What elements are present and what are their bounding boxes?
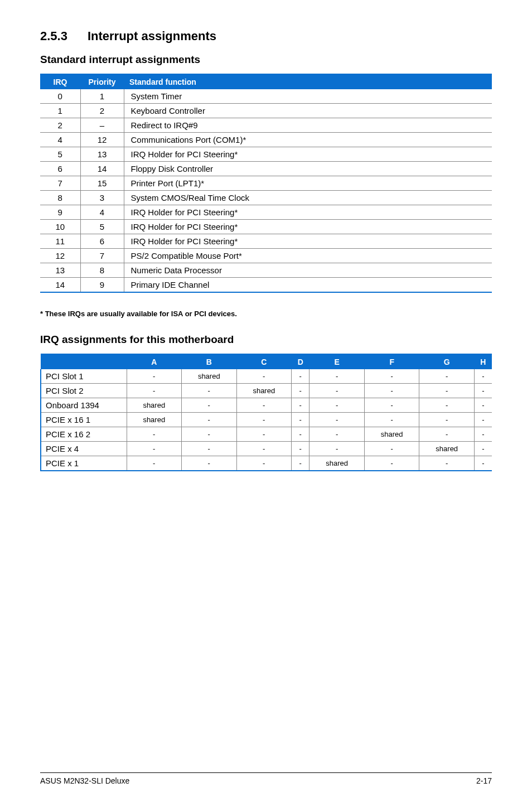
table-cell: - bbox=[474, 398, 492, 413]
table-header-cell: C bbox=[236, 354, 292, 369]
table-cell: - bbox=[474, 413, 492, 427]
mobo-irq-table: ABCDEFGH PCI Slot 1-shared------PCI Slot… bbox=[40, 354, 492, 471]
table-cell: - bbox=[127, 384, 182, 398]
table-cell: Printer Port (LPT1)* bbox=[124, 176, 492, 191]
table-cell: - bbox=[474, 384, 492, 398]
table-cell: - bbox=[474, 456, 492, 471]
table-header-cell: E bbox=[309, 354, 365, 369]
table-cell: - bbox=[309, 413, 365, 427]
table-cell: 13 bbox=[40, 263, 80, 278]
table-cell: System CMOS/Real Time Clock bbox=[124, 191, 492, 205]
table-cell: 8 bbox=[40, 191, 80, 205]
table-cell: – bbox=[80, 118, 124, 133]
table-cell: IRQ Holder for PCI Steering* bbox=[124, 234, 492, 249]
col-priority: Priority bbox=[80, 74, 124, 89]
table-row: PCIE x 4------shared- bbox=[41, 442, 492, 456]
table-cell: 8 bbox=[80, 263, 124, 278]
table-row: 01System Timer bbox=[40, 89, 492, 104]
table-row: 116IRQ Holder for PCI Steering* bbox=[40, 234, 492, 249]
table-cell: 1 bbox=[40, 104, 80, 118]
table-cell: Communications Port (COM1)* bbox=[124, 133, 492, 147]
table-cell: - bbox=[419, 427, 475, 442]
table-cell: - bbox=[309, 384, 365, 398]
table-cell: - bbox=[364, 398, 419, 413]
col-irq: IRQ bbox=[40, 74, 80, 89]
table-row: 83System CMOS/Real Time Clock bbox=[40, 191, 492, 205]
table-cell: - bbox=[474, 442, 492, 456]
table-cell: - bbox=[419, 369, 475, 384]
table-cell: - bbox=[292, 442, 309, 456]
table-cell: - bbox=[182, 384, 237, 398]
subheading-standard: Standard interrupt assignments bbox=[40, 54, 492, 66]
table-cell: - bbox=[364, 384, 419, 398]
table-cell: Primary IDE Channel bbox=[124, 278, 492, 293]
table-row: 138Numeric Data Processor bbox=[40, 263, 492, 278]
table-cell: - bbox=[364, 413, 419, 427]
table-cell: - bbox=[474, 369, 492, 384]
table-cell: - bbox=[236, 456, 292, 471]
table-cell: shared bbox=[127, 413, 182, 427]
table-cell: 0 bbox=[40, 89, 80, 104]
table-cell: - bbox=[292, 427, 309, 442]
table-cell: System Timer bbox=[124, 89, 492, 104]
standard-irq-table: IRQ Priority Standard function 01System … bbox=[40, 74, 492, 293]
table-row: 127PS/2 Compatible Mouse Port* bbox=[40, 249, 492, 263]
page-footer: ASUS M2N32-SLI Deluxe 2-17 bbox=[40, 772, 492, 785]
table-cell: shared bbox=[309, 456, 365, 471]
table-row: 614Floppy Disk Controller bbox=[40, 162, 492, 176]
table-cell: - bbox=[127, 442, 182, 456]
table-cell: 4 bbox=[40, 133, 80, 147]
table-row: 2–Redirect to IRQ#9 bbox=[40, 118, 492, 133]
table-cell: 3 bbox=[80, 191, 124, 205]
table-cell: 15 bbox=[80, 176, 124, 191]
table-cell: - bbox=[309, 369, 365, 384]
table-header-cell: D bbox=[292, 354, 309, 369]
table-cell: PCIE x 1 bbox=[41, 456, 127, 471]
table-header-cell: A bbox=[127, 354, 182, 369]
table-header-cell: F bbox=[364, 354, 419, 369]
table-row: 412Communications Port (COM1)* bbox=[40, 133, 492, 147]
table-cell: 7 bbox=[40, 176, 80, 191]
table-cell: shared bbox=[182, 369, 237, 384]
table-cell: - bbox=[292, 369, 309, 384]
table-cell: - bbox=[364, 369, 419, 384]
table-cell: - bbox=[236, 369, 292, 384]
table-cell: PCI Slot 1 bbox=[41, 369, 127, 384]
table-cell: shared bbox=[127, 398, 182, 413]
table-cell: - bbox=[236, 398, 292, 413]
table-cell: 9 bbox=[80, 278, 124, 293]
table-cell: 11 bbox=[40, 234, 80, 249]
table-cell: 14 bbox=[40, 278, 80, 293]
table-cell: - bbox=[127, 427, 182, 442]
table-cell: 6 bbox=[40, 162, 80, 176]
table-cell: - bbox=[364, 456, 419, 471]
table-header-cell: H bbox=[474, 354, 492, 369]
table-cell: PCI Slot 2 bbox=[41, 384, 127, 398]
table-row: 715Printer Port (LPT1)* bbox=[40, 176, 492, 191]
table-cell: - bbox=[127, 369, 182, 384]
table-cell: 6 bbox=[80, 234, 124, 249]
table-cell: 2 bbox=[40, 118, 80, 133]
table-cell: 14 bbox=[80, 162, 124, 176]
table-cell: shared bbox=[364, 427, 419, 442]
table-row: 94IRQ Holder for PCI Steering* bbox=[40, 205, 492, 220]
table-cell: - bbox=[182, 413, 237, 427]
table-cell: - bbox=[419, 413, 475, 427]
table-cell: - bbox=[236, 427, 292, 442]
table-cell: shared bbox=[419, 442, 475, 456]
table-cell: - bbox=[419, 398, 475, 413]
table-cell: PCIE x 16 1 bbox=[41, 413, 127, 427]
table-row: PCIE x 1----shared--- bbox=[41, 456, 492, 471]
table-cell: Floppy Disk Controller bbox=[124, 162, 492, 176]
table-row: PCIE x 16 2-----shared-- bbox=[41, 427, 492, 442]
table-row: 105IRQ Holder for PCI Steering* bbox=[40, 220, 492, 234]
table-cell: 10 bbox=[40, 220, 80, 234]
table-cell: IRQ Holder for PCI Steering* bbox=[124, 147, 492, 162]
table-cell: - bbox=[309, 398, 365, 413]
table-row: Onboard 1394shared------- bbox=[41, 398, 492, 413]
table-header-cell: B bbox=[182, 354, 237, 369]
table-cell: PCIE x 16 2 bbox=[41, 427, 127, 442]
table-cell: 9 bbox=[40, 205, 80, 220]
table-cell: PCIE x 4 bbox=[41, 442, 127, 456]
table-cell: - bbox=[127, 456, 182, 471]
